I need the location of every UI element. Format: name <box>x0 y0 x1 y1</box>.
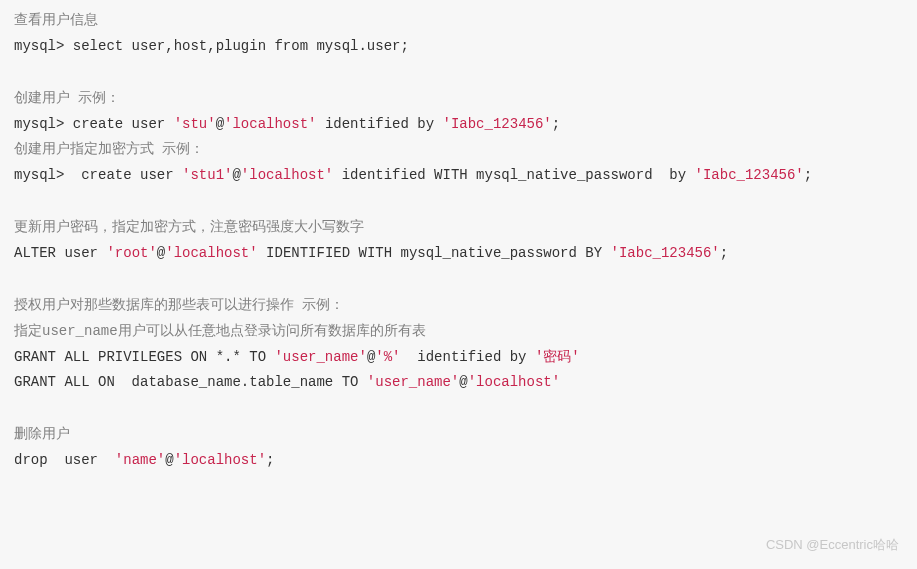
code-fragment: ; <box>720 245 728 261</box>
blank-line <box>14 189 903 215</box>
code-line: ALTER user 'root'@'localhost' IDENTIFIED… <box>14 241 903 267</box>
comment-line: 指定user_name用户可以从任意地点登录访问所有数据库的所有表 <box>14 319 903 345</box>
code-fragment: ; <box>552 116 560 132</box>
string-literal: 'localhost' <box>468 374 560 390</box>
at-symbol: @ <box>165 452 173 468</box>
code-line: GRANT ALL ON database_name.table_name TO… <box>14 370 903 396</box>
comment-line: 授权用户对那些数据库的那些表可以进行操作 示例： <box>14 293 903 319</box>
string-literal: 'localhost' <box>224 116 316 132</box>
code-fragment: GRANT ALL PRIVILEGES ON *.* TO <box>14 349 274 365</box>
code-line: mysql> select user,host,plugin from mysq… <box>14 34 903 60</box>
code-fragment: ; <box>804 167 812 183</box>
comment-line: 创建用户 示例： <box>14 86 903 112</box>
code-line: mysql> create user 'stu'@'localhost' ide… <box>14 112 903 138</box>
string-literal: 'stu1' <box>182 167 232 183</box>
string-literal: 'localhost' <box>174 452 266 468</box>
code-fragment: GRANT ALL ON database_name.table_name TO <box>14 374 367 390</box>
at-symbol: @ <box>157 245 165 261</box>
string-literal: 'user_name' <box>367 374 459 390</box>
code-fragment: mysql> create user <box>14 167 182 183</box>
code-fragment: ALTER user <box>14 245 106 261</box>
string-literal: 'root' <box>106 245 156 261</box>
comment-line: 更新用户密码，指定加密方式，注意密码强度大小写数字 <box>14 215 903 241</box>
watermark-text: CSDN @Eccentric哈哈 <box>766 533 899 557</box>
at-symbol: @ <box>459 374 467 390</box>
code-fragment: drop user <box>14 452 115 468</box>
string-literal: '%' <box>375 349 400 365</box>
code-line: GRANT ALL PRIVILEGES ON *.* TO 'user_nam… <box>14 345 903 371</box>
code-fragment: mysql> create user <box>14 116 174 132</box>
string-literal: 'localhost' <box>165 245 257 261</box>
code-line: mysql> create user 'stu1'@'localhost' id… <box>14 163 903 189</box>
comment-line: 创建用户指定加密方式 示例： <box>14 137 903 163</box>
string-literal: '密码' <box>535 349 580 365</box>
string-literal: 'Iabc_123456' <box>443 116 552 132</box>
blank-line <box>14 396 903 422</box>
code-fragment: IDENTIFIED WITH mysql_native_password BY <box>258 245 611 261</box>
code-fragment: identified by <box>401 349 535 365</box>
at-symbol: @ <box>216 116 224 132</box>
string-literal: 'Iabc_123456' <box>695 167 804 183</box>
blank-line <box>14 60 903 86</box>
code-line: drop user 'name'@'localhost'; <box>14 448 903 474</box>
code-fragment: ; <box>266 452 274 468</box>
string-literal: 'user_name' <box>274 349 366 365</box>
code-fragment: identified by <box>316 116 442 132</box>
string-literal: 'localhost' <box>241 167 333 183</box>
at-symbol: @ <box>232 167 240 183</box>
code-fragment: identified WITH mysql_native_password by <box>333 167 694 183</box>
comment-line: 查看用户信息 <box>14 8 903 34</box>
blank-line <box>14 267 903 293</box>
comment-line: 删除用户 <box>14 422 903 448</box>
string-literal: 'Iabc_123456' <box>611 245 720 261</box>
string-literal: 'stu' <box>174 116 216 132</box>
string-literal: 'name' <box>115 452 165 468</box>
code-block: 查看用户信息 mysql> select user,host,plugin fr… <box>14 8 903 474</box>
